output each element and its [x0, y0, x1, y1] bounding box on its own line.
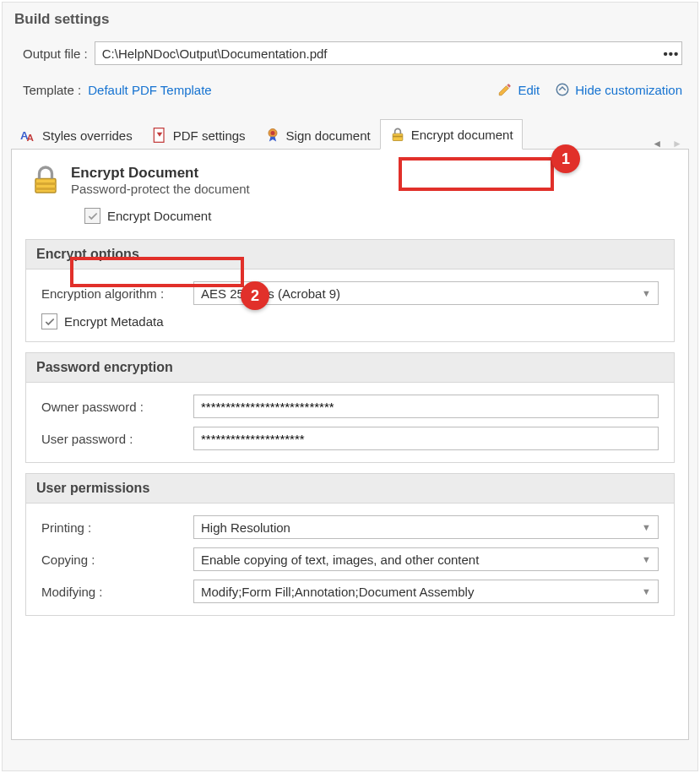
pencil-icon [497, 82, 513, 97]
group-title: Password encryption [26, 353, 674, 383]
encrypt-document-checkbox[interactable] [84, 208, 100, 224]
template-link[interactable]: Default PDF Template [88, 83, 211, 97]
tab-label: Encrypt document [411, 128, 513, 142]
chevron-down-icon: ▼ [642, 586, 651, 596]
encrypt-options-group: Encrypt options Encryption algorithm : A… [25, 239, 675, 342]
tab-pdf-settings[interactable]: PDF settings [142, 120, 255, 150]
template-label: Template : [23, 83, 81, 97]
owner-password-input[interactable] [193, 395, 659, 418]
check-icon [44, 316, 56, 328]
tab-label: Styles overrides [42, 128, 133, 143]
browse-button[interactable]: ••• [661, 42, 681, 64]
output-file-field[interactable]: ••• [95, 41, 682, 65]
svg-point-0 [557, 84, 569, 95]
edit-text: Edit [518, 83, 540, 97]
printing-label: Printing : [41, 520, 193, 535]
lock-icon [30, 165, 61, 195]
edit-link[interactable]: Edit [497, 82, 540, 97]
group-title: Encrypt options [26, 240, 674, 269]
svg-rect-8 [35, 179, 56, 193]
chevron-down-icon: ▼ [642, 288, 651, 298]
hide-text: Hide customization [575, 83, 682, 97]
select-value: High Resolution [201, 520, 290, 535]
ribbon-icon [264, 127, 281, 144]
styles-icon: A A [20, 127, 37, 144]
copying-select[interactable]: Enable copying of text, images, and othe… [193, 547, 659, 571]
check-icon [87, 210, 99, 222]
callout-1: 1 [551, 144, 580, 173]
section-title: Encrypt Document [71, 165, 250, 182]
svg-point-5 [270, 131, 274, 135]
encrypt-document-checkbox-label: Encrypt Document [107, 209, 211, 223]
printing-select[interactable]: High Resolution ▼ [193, 515, 659, 539]
chevron-down-icon: ▼ [642, 522, 651, 532]
group-title: User permissions [26, 474, 674, 504]
modifying-select[interactable]: Modify;Form Fill;Annotation;Document Ass… [193, 580, 659, 603]
user-password-input[interactable] [193, 427, 659, 450]
copying-label: Copying : [41, 553, 193, 567]
encrypt-metadata-label: Encrypt Metadata [64, 314, 164, 329]
tabbar: A A Styles overrides PDF settings Sign d… [3, 116, 697, 150]
encrypt-metadata-checkbox[interactable] [41, 313, 57, 329]
lock-icon [389, 126, 406, 143]
svg-rect-10 [35, 188, 56, 190]
user-password-label: User password : [41, 432, 193, 446]
select-value: Enable copying of text, images, and othe… [201, 553, 479, 567]
chevron-down-icon: ▼ [642, 554, 651, 564]
modifying-label: Modifying : [41, 585, 193, 599]
user-permissions-group: User permissions Printing : High Resolut… [25, 473, 675, 616]
encryption-algorithm-label: Encryption algorithm : [41, 286, 193, 301]
callout-2: 2 [241, 281, 269, 310]
output-file-input[interactable] [95, 42, 661, 64]
tab-styles-overrides[interactable]: A A Styles overrides [11, 120, 142, 150]
tab-encrypt-document[interactable]: Encrypt document [380, 119, 523, 150]
encrypt-tab-panel: Encrypt Document Password-protect the do… [11, 149, 689, 740]
hide-customization-link[interactable]: Hide customization [555, 82, 682, 97]
section-subtitle: Password-protect the document [71, 182, 250, 196]
tab-sign-document[interactable]: Sign document [255, 120, 380, 150]
select-value: Modify;Form Fill;Annotation;Document Ass… [201, 585, 474, 599]
svg-rect-6 [393, 133, 403, 140]
owner-password-label: Owner password : [41, 400, 193, 414]
select-value: AES 256 bits (Acrobat 9) [201, 286, 340, 301]
collapse-icon [555, 82, 570, 97]
tab-label: PDF settings [173, 128, 246, 143]
tab-label: Sign document [286, 128, 371, 143]
panel-title: Build settings [3, 3, 697, 38]
svg-rect-7 [393, 136, 403, 138]
password-encryption-group: Password encryption Owner password : Use… [25, 352, 675, 463]
tab-prev-button[interactable]: ◄ [652, 138, 662, 150]
ellipsis-icon: ••• [664, 46, 680, 61]
svg-rect-9 [35, 182, 56, 185]
output-file-label: Output file : [23, 46, 88, 61]
svg-text:A: A [27, 132, 35, 143]
pdf-icon [151, 127, 168, 144]
tab-next-button[interactable]: ► [672, 138, 682, 150]
encrypt-document-checkbox-row[interactable]: Encrypt Document [76, 203, 675, 229]
